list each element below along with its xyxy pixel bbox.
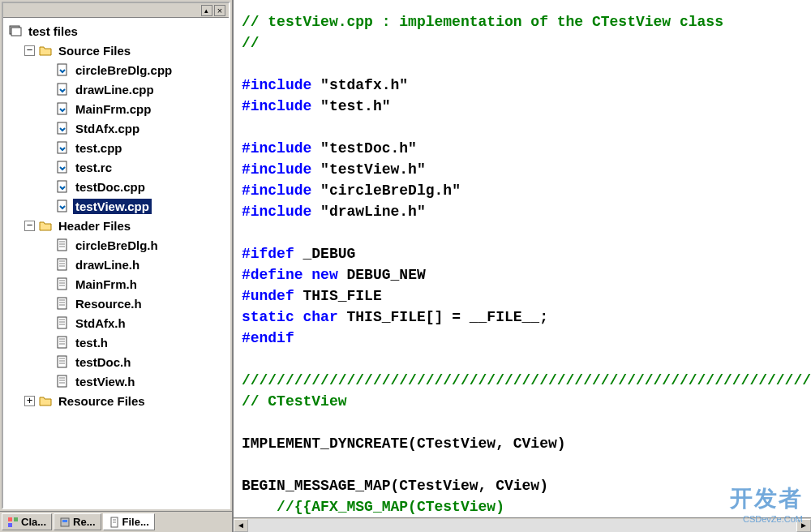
file-label: circleBreDlg.h (73, 238, 161, 253)
file-item[interactable]: drawLine.cpp (6, 79, 229, 99)
tab-classview[interactable]: Cla... (2, 513, 52, 530)
undock-button[interactable]: ▴ (201, 5, 212, 16)
file-icon (109, 517, 120, 528)
file-label: circleBreDlg.cpp (73, 62, 174, 78)
file-label: StdAfx.cpp (73, 121, 142, 136)
code-keyword: #endif (242, 330, 294, 346)
code-keyword: #define (242, 267, 303, 283)
code-keyword: char (303, 309, 338, 325)
tab-fileview[interactable]: File... (103, 513, 155, 530)
workspace-tabs: Cla... Re... File... (0, 511, 232, 532)
file-item[interactable]: test.h (6, 332, 229, 352)
file-label: Resource.h (73, 296, 144, 311)
code-comment: // (242, 35, 260, 51)
file-item[interactable]: circleBreDlg.cpp (6, 60, 229, 79)
file-label: test.rc (73, 160, 114, 175)
code-keyword: static (242, 309, 294, 325)
svg-rect-7 (58, 161, 67, 173)
h-file-icon (55, 375, 70, 388)
folder-header-files[interactable]: − Header Files (6, 216, 229, 235)
folder-icon (38, 394, 53, 407)
code-comment: // testView.cpp : implementation of the … (242, 14, 723, 30)
h-file-icon (55, 277, 70, 290)
svg-rect-46 (62, 520, 67, 522)
code-comment: // CTestView (242, 393, 347, 410)
cpp-file-icon (55, 161, 70, 174)
file-item[interactable]: Resource.h (6, 294, 229, 313)
cpp-file-icon (55, 83, 70, 96)
code-text: "circleBreDlg.h" (311, 182, 461, 199)
code-keyword: #include (242, 182, 311, 199)
tree-root[interactable]: test files (6, 21, 229, 41)
file-label: MainFrm.cpp (73, 101, 153, 117)
svg-rect-42 (8, 517, 12, 521)
folder-label: Resource Files (56, 393, 148, 409)
code-text: "stdafx.h" (311, 77, 408, 93)
file-item[interactable]: test.rc (6, 157, 229, 177)
h-file-icon (55, 297, 70, 310)
svg-rect-34 (58, 356, 67, 367)
file-item[interactable]: MainFrm.cpp (6, 99, 229, 118)
code-editor[interactable]: // testView.cpp : implementation of the … (234, 0, 811, 517)
svg-rect-3 (58, 84, 67, 95)
code-keyword: #include (242, 98, 311, 114)
code-keyword: new (311, 267, 337, 283)
tab-resourceview[interactable]: Re... (54, 513, 101, 530)
file-item[interactable]: test.cpp (6, 138, 229, 157)
svg-rect-26 (58, 317, 67, 328)
file-item[interactable]: testDoc.h (6, 352, 229, 371)
folder-open-icon (38, 219, 53, 232)
scroll-track[interactable] (248, 519, 796, 532)
collapse-icon[interactable]: − (24, 45, 35, 56)
file-item-selected[interactable]: testView.cpp (6, 196, 229, 216)
tree-toolbar: ▴ × (3, 3, 229, 18)
close-button[interactable]: × (214, 5, 225, 16)
code-text: "testView.h" (311, 161, 425, 178)
svg-rect-9 (58, 200, 67, 212)
file-item[interactable]: StdAfx.cpp (6, 118, 229, 138)
tree-root-label: test files (26, 24, 80, 39)
collapse-icon[interactable]: − (24, 221, 35, 231)
folder-label: Source Files (56, 43, 133, 58)
file-item[interactable]: testView.h (6, 371, 229, 391)
svg-rect-38 (58, 375, 67, 387)
h-file-icon (55, 316, 70, 329)
expand-icon[interactable]: + (24, 396, 35, 406)
file-label: test.h (73, 335, 110, 350)
cpp-file-icon (55, 122, 70, 135)
code-keyword: #undef (242, 288, 294, 304)
folder-source-files[interactable]: − Source Files (6, 41, 229, 60)
scroll-right-button[interactable]: ► (796, 519, 811, 532)
folder-resource-files[interactable]: + Resource Files (6, 391, 229, 410)
svg-rect-43 (14, 517, 18, 521)
file-item[interactable]: testDoc.cpp (6, 177, 229, 196)
file-tree[interactable]: test files − Source Files circleBreDlg.c… (3, 18, 229, 508)
h-file-icon (55, 238, 70, 251)
code-text: "testDoc.h" (311, 140, 417, 157)
code-keyword: #include (242, 140, 311, 157)
scroll-left-button[interactable]: ◄ (234, 519, 248, 532)
cpp-file-icon (55, 180, 70, 193)
editor-pane: // testView.cpp : implementation of the … (234, 0, 811, 532)
svg-rect-2 (58, 64, 67, 75)
svg-rect-30 (58, 337, 67, 348)
svg-rect-6 (58, 142, 67, 153)
code-keyword: #include (242, 161, 311, 178)
folder-label: Header Files (56, 218, 133, 234)
horizontal-scrollbar[interactable]: ◄ ► (234, 517, 811, 532)
code-keyword: #include (242, 204, 311, 220)
code-comment: //{{AFX_MSG_MAP(CTestView) (242, 499, 504, 515)
file-label: drawLine.h (73, 257, 142, 272)
svg-rect-4 (58, 103, 67, 114)
cpp-file-icon (55, 63, 70, 76)
cpp-file-icon (55, 102, 70, 115)
file-item[interactable]: StdAfx.h (6, 313, 229, 332)
file-label: test.cpp (73, 140, 125, 156)
svg-rect-18 (58, 278, 67, 290)
file-item[interactable]: MainFrm.h (6, 274, 229, 294)
file-item[interactable]: circleBreDlg.h (6, 235, 229, 255)
code-text: _DEBUG (294, 246, 356, 262)
file-label: MainFrm.h (73, 277, 139, 292)
file-item[interactable]: drawLine.h (6, 255, 229, 274)
code-text: DEBUG_NEW (338, 267, 426, 283)
